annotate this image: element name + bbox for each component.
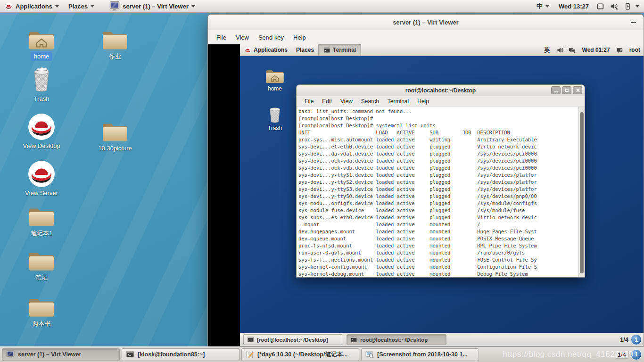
guest-taskbar: [root@localhost:~/Desktop] root@localhos… xyxy=(240,333,644,346)
redhat-icon xyxy=(244,47,251,54)
redhat-icon xyxy=(28,160,55,188)
clock[interactable]: Wed 13:27 xyxy=(554,0,594,12)
menu-search[interactable]: Search xyxy=(357,98,383,105)
scrollbar-thumb[interactable] xyxy=(580,112,584,273)
status-menu[interactable] xyxy=(635,0,644,12)
home-folder-icon xyxy=(28,29,55,51)
places-menu[interactable]: Places xyxy=(64,0,99,12)
screenshot-icon xyxy=(365,350,374,359)
folder-icon xyxy=(101,29,129,51)
terminal-window-controls xyxy=(551,86,582,94)
guest-places-label: Places xyxy=(296,47,314,53)
text-editor-icon xyxy=(246,350,254,359)
guest-workspace-area: 1/4 1 xyxy=(620,334,644,345)
screen-icon xyxy=(596,2,604,10)
minimize-button[interactable] xyxy=(551,86,561,94)
guest-taskbar-window-1[interactable]: [root@localhost:~/Desktop] xyxy=(243,334,343,345)
guest-desktop-icon-home[interactable]: home xyxy=(259,65,291,92)
chevron-down-icon xyxy=(636,5,639,8)
terminal-output: bash: list_units: command not found... [… xyxy=(297,107,585,277)
desktop-icon-folder[interactable]: 作业 xyxy=(92,24,138,61)
monitor-icon xyxy=(109,1,120,11)
guest-places-menu[interactable]: Places xyxy=(292,44,318,56)
desktop-icon-home[interactable]: home xyxy=(19,24,64,61)
desktop-icon-folder[interactable]: 笔记 xyxy=(19,245,64,282)
guest-workspace-badge[interactable]: 1 xyxy=(631,334,642,345)
taskbar-window-label: server (1) – Virt Viewer xyxy=(18,351,81,358)
host-workspace-badge[interactable]: 1 xyxy=(631,349,642,360)
menu-file[interactable]: File xyxy=(212,34,231,41)
guest-user-menu[interactable]: root xyxy=(625,44,644,56)
taskbar-window-virt-viewer[interactable]: server (1) – Virt Viewer xyxy=(2,348,120,361)
taskbar-window-screenshot[interactable]: [Screenshot from 2018-10-30 1... xyxy=(361,348,479,361)
input-method-label: 中 xyxy=(537,2,543,10)
active-window-menu[interactable]: server (1) – Virt Viewer xyxy=(105,0,200,12)
guest-window-list-terminal[interactable]: Terminal xyxy=(318,44,361,56)
virt-viewer-titlebar[interactable]: server (1) – Virt Viewer xyxy=(208,15,644,30)
menu-view[interactable]: View xyxy=(336,98,357,105)
close-icon xyxy=(576,88,580,92)
battery-indicator[interactable] xyxy=(621,0,635,12)
redhat-icon xyxy=(5,2,13,10)
menu-help[interactable]: Help xyxy=(413,98,433,105)
desktop-icon-folder[interactable]: 两本书 xyxy=(19,291,64,328)
desktop-icon-label: home xyxy=(31,52,53,61)
guest-taskbar-window-2[interactable]: root@localhost:~/Desktop xyxy=(347,334,446,345)
taskbar-window-label: [kiosk@foundation85:~] xyxy=(138,351,205,358)
guest-desktop-icon-label: Trash xyxy=(268,125,282,132)
guest-clock[interactable]: Wed 01:27 xyxy=(578,44,614,56)
menu-terminal[interactable]: Terminal xyxy=(383,98,413,105)
host-panel-status-area: 中 Wed 13:27 xyxy=(532,0,644,12)
chevron-down-icon xyxy=(191,5,195,8)
guest-applications-menu[interactable]: Applications xyxy=(240,44,292,56)
terminal-icon xyxy=(126,350,134,359)
display-indicator[interactable] xyxy=(594,0,607,12)
desktop-icon-folder[interactable]: 笔记本1 xyxy=(19,200,64,238)
speaker-muted-icon xyxy=(610,2,618,10)
menu-file[interactable]: File xyxy=(300,98,318,105)
applications-menu[interactable]: Applications xyxy=(0,0,64,12)
guest-desktop-icon-trash[interactable]: Trash xyxy=(259,104,291,132)
desktop-icon-label: 两本书 xyxy=(29,320,54,328)
desktop-icon-folder[interactable]: 10.30picture xyxy=(92,115,138,153)
desktop-icon-label: View Desktop xyxy=(19,142,63,150)
guest-notification-indicator[interactable] xyxy=(614,44,625,56)
window-title: server (1) – Virt Viewer xyxy=(393,19,459,26)
speaker-icon xyxy=(557,47,564,54)
minimize-icon[interactable] xyxy=(631,22,636,23)
close-button[interactable] xyxy=(573,86,582,94)
guest-display-area: Applications Places Terminal xyxy=(208,44,644,346)
volume-indicator[interactable] xyxy=(607,0,621,12)
desktop-icon-trash[interactable]: Trash xyxy=(19,66,64,103)
menu-send-key[interactable]: Send key xyxy=(254,34,289,41)
desktop-icon-label: View Server xyxy=(22,189,61,197)
redhat-icon xyxy=(28,113,55,140)
virt-viewer-menubar: File View Send key Help xyxy=(208,30,644,44)
menu-help[interactable]: Help xyxy=(289,34,311,41)
maximize-button[interactable] xyxy=(562,86,571,94)
virt-viewer-window: server (1) – Virt Viewer File View Send … xyxy=(207,14,644,346)
desktop-icon-view-desktop[interactable]: View Desktop xyxy=(19,113,64,150)
host-workspace-area: 1/4 1 xyxy=(615,349,644,360)
taskbar-window-gedit[interactable]: [*day6 10.30 (~/Desktop/笔记本... xyxy=(241,348,359,361)
guest-network-indicator[interactable] xyxy=(566,44,578,56)
guest-input-method-indicator[interactable]: 英 xyxy=(540,44,554,56)
screen: Applications Places server (1) – Virt Vi… xyxy=(0,0,644,362)
menu-view[interactable]: View xyxy=(231,34,254,41)
input-method-indicator[interactable]: 中 xyxy=(532,0,554,12)
guest-volume-indicator[interactable] xyxy=(554,44,566,56)
places-label: Places xyxy=(68,3,88,10)
taskbar-window-kiosk-terminal[interactable]: [kiosk@foundation85:~] xyxy=(122,348,239,361)
guest-taskbar-window-label: root@localhost:~/Desktop xyxy=(360,337,428,343)
desktop-icon-view-server[interactable]: View Server xyxy=(19,160,64,197)
chevron-down-icon xyxy=(91,5,94,8)
guest-panel-status-area: 英 xyxy=(540,44,644,56)
minimize-icon xyxy=(554,91,558,92)
terminal-scrollbar[interactable] xyxy=(578,107,585,277)
battery-icon xyxy=(624,2,632,10)
terminal-titlebar[interactable]: root@localhost:~/Desktop xyxy=(297,85,585,96)
terminal-body[interactable]: bash: list_units: command not found... [… xyxy=(297,107,585,277)
guest-user-label: root xyxy=(629,47,640,53)
menu-edit[interactable]: Edit xyxy=(318,98,336,105)
terminal-menubar: File Edit View Search Terminal Help xyxy=(297,96,585,107)
